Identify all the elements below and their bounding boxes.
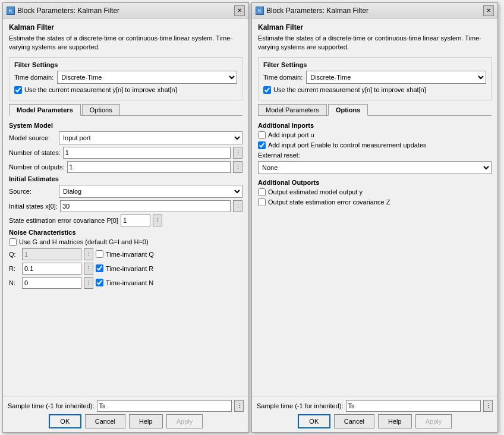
tiq-checkbox-1[interactable]	[96, 250, 103, 258]
output-error-z-checkbox-2[interactable]	[258, 198, 266, 206]
measurement-checkbox-row-1: Use the current measurement y[n] to impr…	[14, 86, 237, 94]
dialog-title-1: Block Parameters: Kalman Filter	[17, 7, 119, 15]
content-2: Kalman Filter Estimate the states of a d…	[252, 18, 497, 396]
cancel-button-2[interactable]: Cancel	[334, 414, 374, 428]
n-row-1: N: ⋮ Time-invariant N	[9, 277, 242, 289]
bottom-bar-2: Sample time (-1 for inherited): ⋮ OK Can…	[252, 396, 497, 432]
sample-time-input-1[interactable]	[97, 400, 232, 412]
tab-content-2: Additional Inports Add input port u Add …	[258, 119, 492, 391]
num-outputs-input-1[interactable]	[67, 161, 231, 173]
source-label-1: Source:	[9, 188, 56, 195]
button-row-1: OK Cancel Help Apply	[8, 414, 244, 428]
close-button-1[interactable]: ✕	[234, 5, 245, 16]
q-dots-1[interactable]: ⋮	[84, 248, 93, 260]
measurement-checkbox-2[interactable]	[263, 86, 271, 94]
tab-options-1[interactable]: Options	[82, 104, 120, 115]
tin-label-1: Time-invariant N	[106, 279, 153, 286]
tiq-label-1: Time-invariant Q	[106, 251, 154, 258]
add-enable-checkbox-2[interactable]	[258, 141, 266, 149]
bottom-bar-1: Sample time (-1 for inherited): ⋮ OK Can…	[3, 396, 248, 432]
filter-settings-label-2: Filter Settings	[263, 61, 486, 68]
output-model-y-row-2: Output estimated model output y	[258, 188, 492, 196]
filter-settings-2: Filter Settings Time domain: Discrete-Ti…	[258, 57, 492, 100]
section-title-2: Kalman Filter	[258, 23, 492, 31]
n-input-1[interactable]	[22, 277, 81, 289]
model-source-label-1: Model source:	[9, 134, 56, 141]
num-outputs-row-1: Number of outputs: ⋮	[9, 161, 242, 173]
tir-label-1: Time-invariant R	[106, 265, 153, 272]
initial-states-label-1: Initial states x[0]:	[9, 203, 58, 210]
r-label-1: R:	[9, 265, 20, 272]
cancel-button-1[interactable]: Cancel	[85, 414, 125, 428]
external-reset-row-2: External reset:	[258, 152, 492, 159]
use-gh-row-1: Use G and H matrices (default G=I and H=…	[9, 238, 242, 246]
help-button-1[interactable]: Help	[129, 414, 163, 428]
apply-button-1[interactable]: Apply	[166, 414, 203, 428]
num-states-input-1[interactable]	[63, 147, 231, 159]
use-gh-label-1: Use G and H matrices (default G=I and H=…	[19, 238, 149, 245]
measurement-checkbox-1[interactable]	[14, 86, 22, 94]
model-source-select-1[interactable]: Input port Dialog	[59, 131, 242, 144]
time-domain-label-2: Time domain:	[263, 74, 303, 81]
add-enable-label-2: Add input port Enable to control measure…	[268, 141, 427, 149]
q-label-1: Q:	[9, 251, 20, 258]
output-error-z-row-2: Output state estimation error covariance…	[258, 198, 492, 206]
section-title-1: Kalman Filter	[9, 23, 242, 31]
q-input-1[interactable]	[22, 248, 81, 260]
output-model-y-checkbox-2[interactable]	[258, 188, 266, 196]
dialog1: K Block Parameters: Kalman Filter ✕ Kalm…	[2, 2, 249, 433]
tab-model-params-1[interactable]: Model Parameters	[9, 104, 81, 116]
tin-checkbox-1[interactable]	[96, 279, 103, 286]
r-input-1[interactable]	[22, 263, 81, 275]
title-bar-left-1: K Block Parameters: Kalman Filter	[7, 7, 119, 15]
initial-states-input-1[interactable]	[60, 200, 231, 212]
output-error-z-label-2: Output state estimation error covariance…	[268, 198, 390, 206]
help-button-2[interactable]: Help	[378, 414, 412, 428]
model-source-row-1: Model source: Input port Dialog	[9, 131, 242, 144]
time-domain-row-1: Time domain: Discrete-Time Continuous-Ti…	[14, 71, 237, 84]
button-row-2: OK Cancel Help Apply	[257, 414, 493, 428]
ok-button-2[interactable]: OK	[298, 414, 330, 428]
sample-time-label-2: Sample time (-1 for inherited):	[257, 402, 344, 409]
title-bar-1: K Block Parameters: Kalman Filter ✕	[3, 3, 248, 18]
close-button-2[interactable]: ✕	[483, 5, 494, 16]
add-input-u-checkbox-2[interactable]	[258, 131, 266, 139]
title-bar-left-2: K Block Parameters: Kalman Filter	[256, 7, 368, 15]
state-cov-input-1[interactable]	[121, 215, 150, 226]
time-domain-select-2[interactable]: Discrete-Time Continuous-Time	[306, 71, 486, 84]
n-dots-1[interactable]: ⋮	[84, 277, 93, 289]
use-gh-checkbox-1[interactable]	[9, 238, 17, 246]
ok-button-1[interactable]: OK	[49, 414, 81, 428]
apply-button-2[interactable]: Apply	[415, 414, 452, 428]
external-reset-label-2: External reset:	[258, 152, 305, 159]
content-1: Kalman Filter Estimate the states of a d…	[3, 18, 248, 396]
num-outputs-dots-1[interactable]: ⋮	[233, 161, 242, 173]
num-states-row-1: Number of states: ⋮	[9, 147, 242, 159]
add-enable-row-2: Add input port Enable to control measure…	[258, 141, 492, 149]
num-states-dots-1[interactable]: ⋮	[233, 147, 242, 159]
external-reset-select-2[interactable]: None Rising Falling Either Level	[258, 161, 492, 174]
time-domain-select-1[interactable]: Discrete-Time Continuous-Time	[57, 71, 237, 84]
tir-checkbox-1[interactable]	[96, 264, 103, 272]
initial-states-dots-1[interactable]: ⋮	[233, 200, 242, 212]
description-2: Estimate the states of a discrete-time o…	[258, 34, 492, 52]
sample-time-input-2[interactable]	[346, 400, 481, 412]
tab-model-params-2[interactable]: Model Parameters	[258, 104, 327, 115]
additional-outports-label-2: Additional Outports	[258, 179, 492, 186]
state-cov-dots-1[interactable]: ⋮	[153, 215, 162, 226]
sample-time-row-2: Sample time (-1 for inherited): ⋮	[257, 400, 493, 412]
add-input-u-row-2: Add input port u	[258, 131, 492, 139]
filter-settings-1: Filter Settings Time domain: Discrete-Ti…	[9, 57, 242, 100]
source-select-1[interactable]: Dialog Input port	[59, 185, 242, 198]
source-row-1: Source: Dialog Input port	[9, 185, 242, 198]
measurement-checkbox-row-2: Use the current measurement y[n] to impr…	[263, 86, 486, 94]
time-domain-label-1: Time domain:	[14, 74, 53, 81]
r-dots-1[interactable]: ⋮	[84, 263, 93, 275]
system-model-label-1: System Model	[9, 122, 242, 129]
noise-label-1: Noise Characteristics	[9, 229, 242, 236]
sample-time-dots-2[interactable]: ⋮	[483, 400, 493, 412]
tab-options-2[interactable]: Options	[328, 104, 368, 116]
time-domain-row-2: Time domain: Discrete-Time Continuous-Ti…	[263, 71, 486, 84]
state-cov-row-1: State estimation error covariance P[0] ⋮	[9, 215, 242, 226]
sample-time-dots-1[interactable]: ⋮	[234, 400, 244, 412]
